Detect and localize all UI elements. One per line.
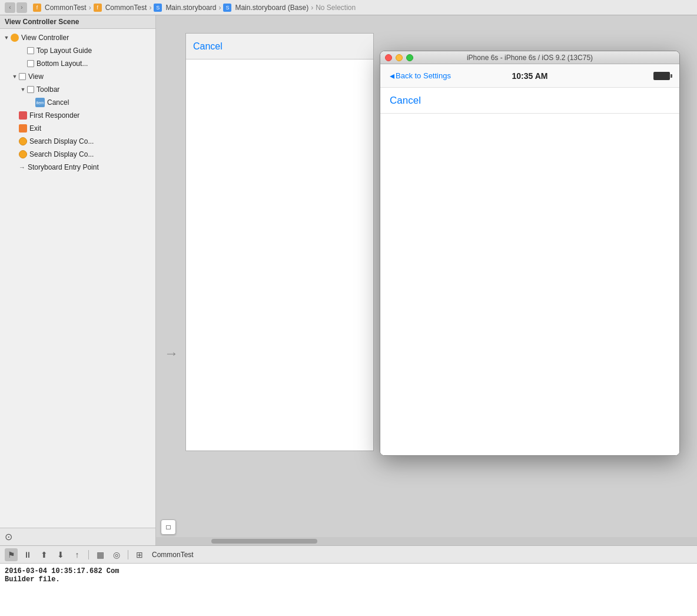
vc-toolbar: Cancel: [186, 34, 373, 59]
top-layout-icon: [27, 47, 34, 54]
toolbar-label: Toolbar: [36, 85, 59, 94]
sidebar-item-search-1[interactable]: Search Display Co...: [0, 135, 155, 148]
toolbar-flag-button[interactable]: ⚑: [5, 548, 18, 561]
cancel-label: Cancel: [47, 98, 69, 107]
nav-forward[interactable]: ›: [16, 2, 27, 13]
entry-point-label: Storyboard Entry Point: [28, 163, 99, 171]
sidebar-header: View Controller Scene: [0, 15, 155, 29]
debug-line-1-text: 2016-03-04 10:35:17.682 Com: [5, 567, 119, 575]
breadcrumb-item-4[interactable]: Main.storyboard (Base): [235, 4, 308, 12]
top-layout-label: Top Layout Guide: [36, 47, 92, 55]
sidebar-item-search-2[interactable]: Search Display Co...: [0, 148, 155, 161]
breadcrumb-item-5: No Selection: [316, 4, 356, 12]
debug-console: 2016-03-04 10:35:17.682 Com Builder file…: [0, 563, 697, 616]
breadcrumb-folder-icon-1: f: [33, 4, 41, 12]
breadcrumb-storyboard-icon-2: S: [223, 4, 231, 12]
toggle-s2: [11, 150, 19, 158]
sim-title: iPhone 6s - iPhone 6s / iOS 9.2 (13C75): [380, 54, 679, 62]
iphone-status-bar: ◂ Back to Settings 10:35 AM: [380, 64, 679, 88]
breadcrumb-sep-1: ›: [89, 4, 91, 12]
toolbar-step-down-button[interactable]: ⬇: [54, 548, 67, 561]
breadcrumb-item-2[interactable]: CommonTest: [105, 4, 147, 12]
zoom-button[interactable]: □: [161, 519, 176, 535]
vc-canvas-frame: Cancel: [185, 33, 374, 451]
vc-label: View Controller: [21, 34, 69, 42]
debug-line-1: 2016-03-04 10:35:17.682 Com: [5, 567, 692, 575]
vc-cancel-button[interactable]: Cancel: [193, 41, 223, 52]
toolbar-layout-button[interactable]: ▦: [94, 548, 107, 561]
sidebar-bottom-icon[interactable]: ⊙: [5, 531, 12, 542]
toolbar-step-out-button[interactable]: ↑: [71, 548, 84, 561]
breadcrumb-folder-icon-2: f: [94, 4, 102, 12]
entry-arrow-icon: →: [164, 345, 178, 362]
sim-close-button[interactable]: [385, 54, 392, 61]
debug-line-2-text: Builder file.: [5, 575, 60, 584]
sidebar-item-top-layout[interactable]: Top Layout Guide: [0, 44, 155, 57]
breadcrumb-storyboard-icon-1: S: [154, 4, 162, 12]
sidebar-item-view[interactable]: ▼ View: [0, 70, 155, 83]
toolbar-icon: [27, 86, 34, 93]
toolbar-app-name: CommonTest: [152, 551, 194, 559]
toggle-toolbar[interactable]: ▼: [19, 85, 27, 94]
main-layout: View Controller Scene ▼ View Controller …: [0, 15, 697, 616]
exit-label: Exit: [29, 124, 41, 133]
toolbar-grid-button[interactable]: ⊞: [133, 548, 146, 561]
toolbar-navigate-button[interactable]: ◎: [110, 548, 123, 561]
content-area: View Controller Scene ▼ View Controller …: [0, 15, 697, 545]
entry-point-arrow: →: [164, 345, 178, 362]
sidebar-item-bottom-layout[interactable]: Bottom Layout...: [0, 57, 155, 70]
sidebar-title: View Controller Scene: [5, 18, 79, 26]
breadcrumb-sep-3: ›: [218, 4, 221, 12]
first-responder-label: First Responder: [29, 111, 79, 120]
view-icon: [19, 73, 26, 80]
iphone-content: [380, 114, 679, 455]
storyboard-canvas: Cancel → □: [156, 15, 697, 545]
breadcrumb-sep-2: ›: [149, 4, 151, 12]
cancel-item-icon: item: [35, 98, 45, 107]
sim-maximize-button[interactable]: [406, 54, 413, 61]
exit-icon: [19, 124, 27, 133]
toolbar-step-up-button[interactable]: ⬆: [38, 548, 51, 561]
sim-titlebar: iPhone 6s - iPhone 6s / iOS 9.2 (13C75): [380, 51, 679, 64]
vc-icon: [11, 34, 19, 42]
sidebar-item-view-controller[interactable]: ▼ View Controller: [0, 31, 155, 44]
sidebar-item-toolbar[interactable]: ▼ Toolbar: [0, 83, 155, 96]
view-label: View: [28, 72, 44, 81]
iphone-cancel-button[interactable]: Cancel: [390, 95, 421, 107]
toolbar-pause-button[interactable]: ⏸: [21, 548, 34, 561]
debug-line-2: Builder file.: [5, 575, 692, 584]
entry-point-icon: →: [19, 164, 25, 171]
search-2-icon: [19, 150, 27, 158]
status-time: 10:35 AM: [512, 71, 548, 81]
simulator-window: iPhone 6s - iPhone 6s / iOS 9.2 (13C75) …: [380, 51, 680, 456]
bottom-layout-icon: [27, 60, 34, 67]
sidebar-item-first-responder[interactable]: First Responder: [0, 109, 155, 122]
toggle-cancel: [27, 98, 35, 107]
status-back[interactable]: ◂ Back to Settings: [390, 70, 451, 81]
canvas-area[interactable]: Cancel → □: [156, 15, 697, 545]
scene-tree: ▼ View Controller Top Layout Guide: [0, 29, 155, 528]
sim-minimize-button[interactable]: [396, 54, 403, 61]
toggle-sep: [11, 163, 19, 171]
search-1-label: Search Display Co...: [29, 137, 94, 145]
nav-back[interactable]: ‹: [5, 2, 15, 13]
canvas-scrollbar[interactable]: [156, 537, 697, 545]
toggle-s1: [11, 137, 19, 145]
iphone-nav-bar: Cancel: [380, 88, 679, 114]
toggle-top: [19, 47, 27, 55]
toggle-vc[interactable]: ▼: [2, 34, 11, 42]
sidebar-item-cancel[interactable]: item Cancel: [0, 96, 155, 109]
breadcrumb-item-1[interactable]: CommonTest: [45, 4, 87, 12]
toggle-bottom: [19, 59, 27, 68]
sidebar: View Controller Scene ▼ View Controller …: [0, 15, 156, 545]
sidebar-item-storyboard-entry[interactable]: → Storyboard Entry Point: [0, 161, 155, 174]
search-1-icon: [19, 137, 27, 145]
canvas-zoom-control: □: [161, 519, 176, 535]
toggle-exit: [11, 124, 19, 133]
sidebar-item-exit[interactable]: Exit: [0, 122, 155, 135]
breadcrumb-sep-4: ›: [311, 4, 313, 12]
breadcrumb-item-3[interactable]: Main.storyboard: [165, 4, 216, 12]
toggle-view[interactable]: ▼: [11, 72, 19, 81]
sidebar-bottom: ⊙: [0, 528, 155, 545]
status-back-label: Back to Settings: [396, 71, 451, 80]
